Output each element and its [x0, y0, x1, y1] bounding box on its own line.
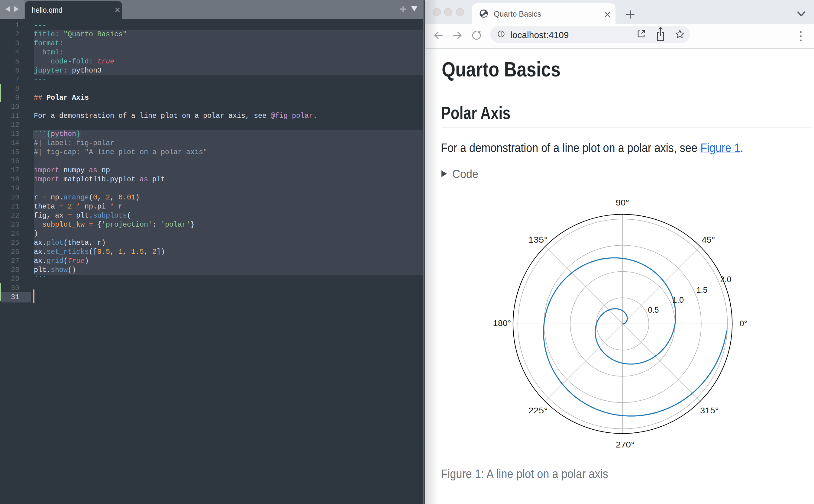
svg-text:270°: 270°: [616, 440, 635, 449]
svg-text:315°: 315°: [700, 406, 719, 415]
svg-text:2.0: 2.0: [720, 275, 731, 284]
svg-text:180°: 180°: [493, 318, 511, 328]
svg-text:45°: 45°: [702, 235, 715, 244]
svg-text:135°: 135°: [528, 235, 548, 244]
svg-text:225°: 225°: [528, 406, 548, 415]
svg-text:1.5: 1.5: [696, 285, 707, 295]
svg-text:1.0: 1.0: [672, 295, 684, 305]
svg-text:0°: 0°: [740, 319, 747, 328]
svg-text:90°: 90°: [616, 198, 629, 207]
svg-text:0.5: 0.5: [648, 305, 659, 315]
